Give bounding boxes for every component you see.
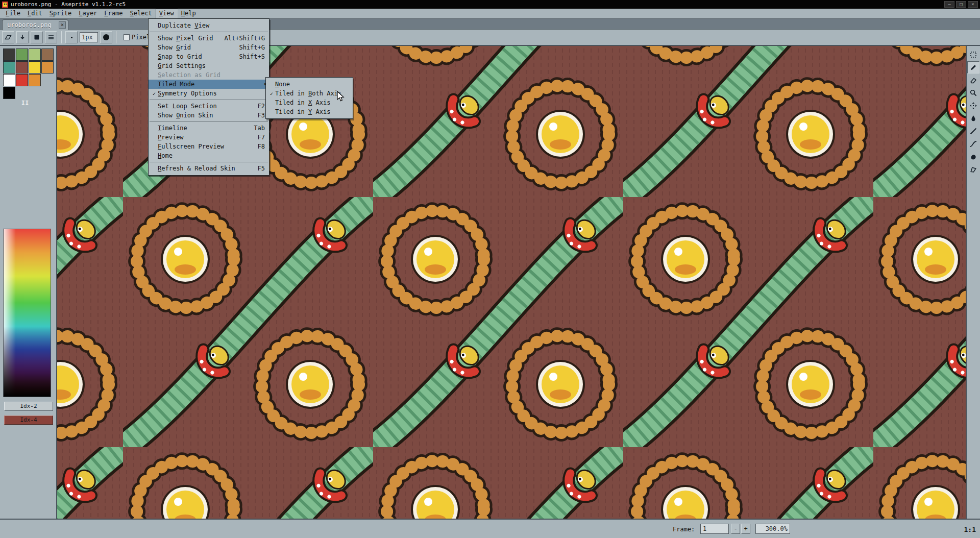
menu-separator	[150, 32, 268, 32]
menu-item-shortcut: Shift+S	[233, 53, 265, 60]
palette-swatch-9[interactable]	[16, 74, 28, 86]
zoom-tool-button[interactable]	[967, 87, 979, 99]
menu-sprite[interactable]: Sprite	[46, 9, 75, 18]
view-menu: Duplicate ViewShow Pixel GridAlt+Shift+G…	[148, 18, 270, 176]
curve-tool-button[interactable]	[967, 138, 979, 150]
brush-shape-button[interactable]	[100, 31, 112, 43]
menu-item-symmetry-options[interactable]: ✓Symmetry Options	[149, 89, 269, 98]
palette-options-button[interactable]	[45, 31, 57, 43]
minimize-button[interactable]: –	[944, 1, 954, 8]
palette-swatch-7[interactable]	[41, 61, 54, 74]
tab-close-icon[interactable]: ×	[59, 21, 66, 29]
palette-swatch-5[interactable]	[16, 61, 28, 74]
menu-item-fullscreen-preview[interactable]: Fullscreen PreviewF8	[149, 142, 269, 151]
tab-label: uroboros.png	[7, 21, 52, 29]
menu-item-selection-as-grid: Selection as Grid	[149, 70, 269, 80]
menu-item-home[interactable]: Home	[149, 151, 269, 160]
aseprite-window: uroboros.png - Aseprite v1.1.2-rc5 – □ ×…	[0, 0, 980, 538]
main-area: II Idx-2 Idx-4	[0, 46, 980, 519]
menu-item-label: Duplicate View	[158, 22, 209, 29]
menu-lines-icon	[47, 33, 55, 41]
palette-presets-button[interactable]	[31, 31, 43, 43]
menu-item-show-pixel-grid[interactable]: Show Pixel GridAlt+Shift+G	[149, 34, 269, 43]
palette-swatch-2[interactable]	[29, 48, 41, 61]
color-spectrum-picker[interactable]	[3, 229, 51, 397]
menu-item-shortcut: Tab	[248, 125, 265, 132]
menu-item-label: Tiled in Both Axis	[275, 90, 341, 97]
palette-swatch-6[interactable]	[29, 61, 41, 74]
menu-item-shortcut: F7	[252, 134, 265, 141]
pencil-tool-button[interactable]	[967, 61, 979, 74]
palette-edit-icon	[4, 33, 12, 41]
menu-item-preview[interactable]: PreviewF7	[149, 133, 269, 142]
palette-sort-button[interactable]	[16, 31, 29, 43]
menu-help[interactable]: Help	[178, 9, 200, 18]
menu-item-duplicate-view[interactable]: Duplicate View	[149, 21, 269, 30]
menu-item-show-onion-skin[interactable]: Show Onion SkinF3	[149, 111, 269, 120]
contour-icon	[969, 165, 977, 174]
menu-item-label: Tiled in X Axis	[275, 99, 330, 106]
zoom-input[interactable]	[755, 524, 790, 534]
menu-item-set-loop-section[interactable]: Set Loop SectionF2	[149, 102, 269, 111]
palette-swatch-8[interactable]	[3, 74, 15, 86]
maximize-button[interactable]: □	[956, 1, 966, 8]
palette-swatch-12[interactable]	[3, 87, 15, 99]
menu-item-snap-to-grid[interactable]: Snap to GridShift+S	[149, 52, 269, 61]
rectangular-marquee-tool-button[interactable]	[967, 48, 979, 61]
line-tool-button[interactable]	[967, 125, 979, 137]
brush-size-input[interactable]	[80, 32, 98, 42]
tab-uroboros[interactable]: uroboros.png ×	[2, 19, 68, 30]
palette-swatch-10[interactable]	[29, 74, 41, 86]
separator	[61, 31, 62, 43]
palette-grid	[3, 48, 54, 99]
menu-item-timeline[interactable]: TimelineTab	[149, 124, 269, 133]
menu-item-label: Tiled Mode	[158, 81, 194, 88]
menu-item-show-grid[interactable]: Show GridShift+G	[149, 43, 269, 52]
brush-preview-button[interactable]	[65, 31, 78, 43]
brush-icon	[969, 153, 977, 161]
menu-item-shortcut: F8	[252, 143, 265, 150]
pixel-perfect-checkbox[interactable]	[124, 34, 130, 40]
foreground-color-button[interactable]: Idx-2	[4, 402, 53, 411]
left-panel: II Idx-2 Idx-4	[0, 46, 57, 519]
app-icon	[2, 2, 8, 8]
palette-edit-button[interactable]	[2, 31, 14, 43]
palette-swatch-4[interactable]	[3, 61, 15, 74]
menu-item-shortcut: F2	[252, 103, 265, 110]
contour-tool-button[interactable]	[967, 163, 979, 176]
menu-item-shortcut: Alt+Shift+G	[218, 35, 265, 42]
move-tool-button[interactable]	[967, 100, 979, 112]
pencil-icon	[969, 63, 977, 71]
background-color-button[interactable]: Idx-4	[4, 415, 53, 425]
menu-edit[interactable]: Edit	[24, 9, 46, 18]
menu-file[interactable]: File	[2, 9, 24, 18]
menu-item-refresh-reload-skin[interactable]: Refresh & Reload SkinF5	[149, 164, 269, 173]
square-icon	[33, 33, 41, 41]
move-icon	[969, 102, 977, 110]
menu-layer[interactable]: Layer	[75, 9, 101, 18]
menu-item-label: Refresh & Reload Skin	[158, 165, 235, 172]
palette-swatch-1[interactable]	[16, 48, 28, 61]
eyedropper-tool-button[interactable]	[967, 112, 979, 125]
eraser-tool-button[interactable]	[967, 74, 979, 86]
separator	[116, 31, 117, 43]
menu-item-tiled-mode[interactable]: Tiled Mode▶	[149, 80, 269, 89]
frame-input[interactable]	[700, 524, 729, 534]
menu-view[interactable]: View	[156, 9, 178, 18]
palette-swatch-0[interactable]	[3, 48, 15, 61]
brush-tool-button[interactable]	[967, 151, 979, 163]
menu-select[interactable]: Select	[126, 9, 155, 18]
menu-item-grid-settings[interactable]: Grid Settings	[149, 61, 269, 70]
title-bar: uroboros.png - Aseprite v1.1.2-rc5 – □ ×	[0, 0, 980, 9]
frame-increment-button[interactable]: +	[741, 524, 750, 534]
menu-item-none[interactable]: None	[266, 80, 353, 89]
menu-item-tiled-in-y-axis[interactable]: Tiled in Y Axis	[266, 107, 353, 116]
menu-frame[interactable]: Frame	[101, 9, 126, 18]
curve-icon	[969, 140, 977, 148]
close-button[interactable]: ×	[968, 1, 978, 8]
menu-item-label: Home	[158, 152, 173, 159]
frame-decrement-button[interactable]: -	[731, 524, 740, 534]
palette-swatch-3[interactable]	[41, 48, 54, 61]
menu-item-label: Show Pixel Grid	[158, 35, 213, 42]
check-icon: ✓	[151, 91, 158, 96]
